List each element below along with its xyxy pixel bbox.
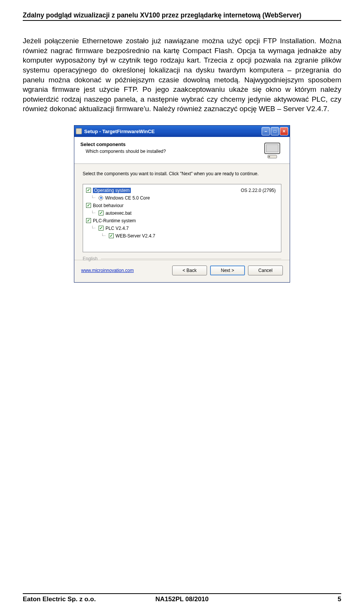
tree-connector: └· [86,211,99,215]
dialog-instruction: Select the components you want to instal… [83,171,281,177]
body-paragraph: Jeżeli połączenie Ethernetowe zostało ju… [23,36,341,114]
svg-rect-1 [266,145,278,152]
close-button[interactable]: × [280,127,288,135]
tree-item-webserver[interactable]: WEB-Server V2.4.7 [116,233,155,239]
computer-icon [262,141,284,160]
setup-dialog: Setup - TargetFirmwareWinCE – □ × Select… [74,125,290,283]
back-button[interactable]: < Back [172,266,207,275]
dialog-title: Select components [80,141,166,147]
checkbox-webserver[interactable]: ✓ [109,233,114,238]
tree-item-wince[interactable]: Windows CE 5.0 Core [105,195,150,201]
installer-icon [76,128,82,134]
checkbox-plcv247[interactable]: ✓ [99,226,104,231]
titlebar[interactable]: Setup - TargetFirmwareWinCE – □ × [74,126,290,137]
svg-rect-3 [268,156,270,157]
minimize-button[interactable]: – [262,127,270,135]
next-button[interactable]: Next > [210,266,245,275]
cancel-button[interactable]: Cancel [248,266,283,275]
checkbox-autoexec[interactable]: ✓ [99,211,104,215]
footer-company: Eaton Electric Sp. z o.o. [23,596,129,603]
checkbox-plc[interactable]: ✓ [86,218,91,223]
tree-item-boot[interactable]: Boot behaviour [93,203,124,208]
tree-item-plc-runtime[interactable]: PLC-Runtime system [93,218,136,223]
radio-wince[interactable] [99,196,103,200]
maximize-button[interactable]: □ [271,127,279,135]
window-title: Setup - TargetFirmwareWinCE [84,129,262,134]
dialog-subtitle: Which components should be installed? [86,149,166,154]
footer-doc-id: NA152PL 08/2010 [129,596,235,603]
component-tree[interactable]: ✓ Operating system OS 2.22.0 (2795) └· W… [83,184,281,252]
page-footer: Eaton Electric Sp. z o.o. NA152PL 08/201… [23,593,341,603]
language-label: English [83,256,97,261]
tree-item-autoexec[interactable]: autoexec.bat [105,211,132,216]
os-version: OS 2.22.0 (2795) [241,188,278,193]
footer-page-number: 5 [235,596,341,603]
tree-connector: └· [86,226,99,231]
tree-connector: └· [86,195,99,200]
vendor-link[interactable]: www.microinnovation.com [81,268,169,273]
tree-item-plcv247[interactable]: PLC V2.4.7 [105,226,129,231]
checkbox-os[interactable]: ✓ [86,188,91,193]
checkbox-boot[interactable]: ✓ [86,203,91,208]
tree-item-os[interactable]: Operating system [93,188,131,193]
page-header: Zdalny podgląd wizualizacji z panelu XV1… [23,11,341,19]
tree-connector: └· [86,233,109,238]
